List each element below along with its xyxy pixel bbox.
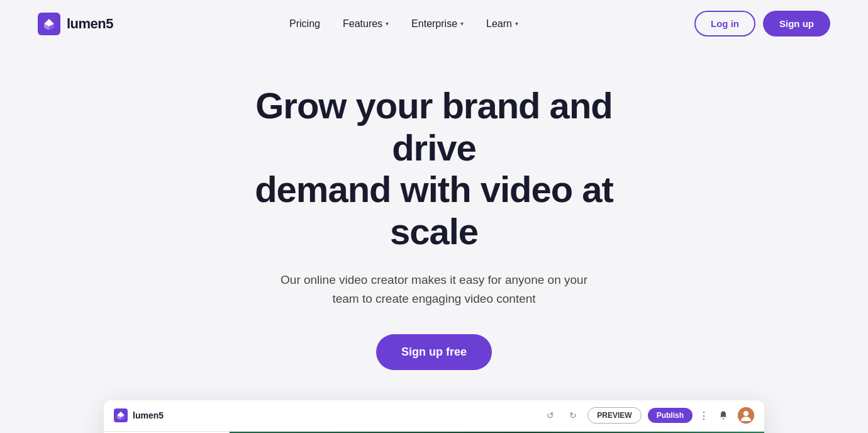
nav-links: Pricing Features ▾ Enterprise ▾ Learn ▾ <box>289 18 518 30</box>
chevron-down-icon: ▾ <box>386 20 389 27</box>
redo-button[interactable]: ↻ <box>565 407 581 424</box>
nav-item-enterprise[interactable]: Enterprise ▾ <box>411 18 464 30</box>
app-preview-button[interactable]: PREVIEW <box>587 407 641 424</box>
login-button[interactable]: Log in <box>694 11 755 37</box>
svg-point-4 <box>743 411 748 416</box>
app-topbar: lumen5 ↺ ↻ PREVIEW Publish ⋮ <box>104 400 764 432</box>
logo-icon <box>38 13 60 35</box>
nav-actions: Log in Sign up <box>694 11 830 37</box>
app-publish-button[interactable]: Publish <box>648 408 693 423</box>
hero-section: Grow your brand and drive demand with vi… <box>0 47 868 433</box>
nav-item-features[interactable]: Features ▾ <box>343 18 389 30</box>
notifications-icon[interactable] <box>715 407 732 424</box>
more-options-icon[interactable]: ⋮ <box>699 410 709 422</box>
signup-hero-button[interactable]: Sign up free <box>376 334 492 370</box>
undo-button[interactable]: ↺ <box>542 407 559 424</box>
app-preview: lumen5 ↺ ↻ PREVIEW Publish ⋮ <box>104 400 764 433</box>
navbar: lumen5 Pricing Features ▾ Enterprise ▾ L… <box>0 0 868 47</box>
signup-nav-button[interactable]: Sign up <box>763 11 830 37</box>
app-logo-area: lumen5 <box>114 408 164 422</box>
hero-title: Grow your brand and drive demand with vi… <box>214 85 654 253</box>
chevron-down-icon: ▾ <box>515 20 518 27</box>
app-logo-text: lumen5 <box>133 410 164 420</box>
hero-subtitle: Our online video creator makes it easy f… <box>270 271 598 309</box>
nav-item-pricing[interactable]: Pricing <box>289 18 320 30</box>
nav-item-learn[interactable]: Learn ▾ <box>486 18 518 30</box>
logo[interactable]: lumen5 <box>38 13 113 35</box>
logo-text: lumen5 <box>67 16 113 32</box>
user-avatar[interactable] <box>738 407 754 424</box>
app-logo-icon <box>114 408 128 422</box>
app-topbar-actions: ↺ ↻ PREVIEW Publish ⋮ <box>542 407 754 424</box>
svg-point-2 <box>723 419 724 420</box>
chevron-down-icon: ▾ <box>460 20 464 27</box>
